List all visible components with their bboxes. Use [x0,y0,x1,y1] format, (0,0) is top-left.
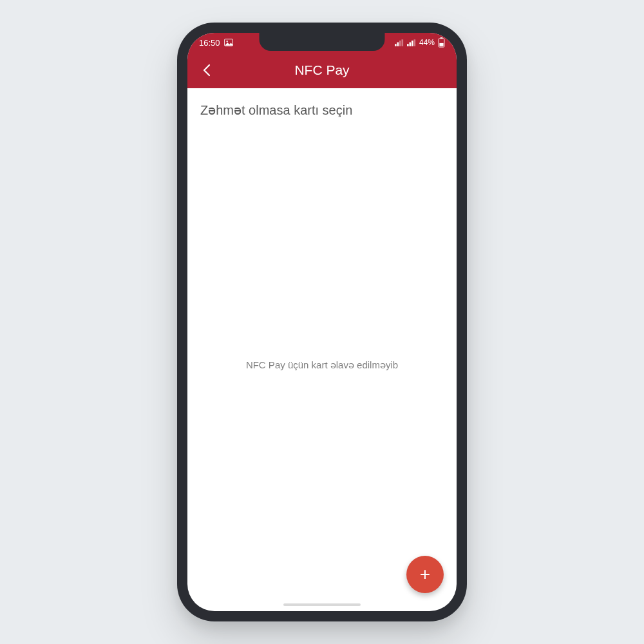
signal-icon [395,39,404,46]
battery-percent: 44% [419,38,435,47]
phone-frame: 16:50 [177,23,467,621]
svg-rect-2 [395,44,397,46]
phone-notch [260,33,385,51]
home-indicator [283,603,361,606]
phone-screen: 16:50 [187,33,457,611]
svg-rect-12 [439,43,443,46]
svg-point-1 [226,41,227,42]
battery-icon [438,37,445,48]
image-icon [224,39,233,46]
svg-rect-6 [407,44,409,46]
app-bar: NFC Pay [187,52,457,88]
svg-rect-4 [399,41,401,46]
page-title: NFC Pay [294,62,349,78]
svg-rect-7 [409,42,411,46]
svg-rect-5 [401,39,403,46]
signal-icon-2 [407,39,416,46]
svg-rect-9 [413,39,415,46]
svg-rect-8 [412,41,413,46]
plus-icon: + [420,565,430,583]
status-bar-right: 44% [395,37,445,48]
add-card-button[interactable]: + [406,556,444,593]
status-bar-left: 16:50 [199,38,233,48]
content-area: Zəhmət olmasa kartı seçin NFC Pay üçün k… [187,88,457,611]
back-button[interactable] [195,59,218,82]
empty-state-message: NFC Pay üçün kart əlavə edilməyib [187,359,457,371]
chevron-left-icon [203,64,211,77]
status-time: 16:50 [199,38,220,48]
svg-rect-3 [397,42,399,46]
content-subtitle: Zəhmət olmasa kartı seçin [200,102,444,118]
